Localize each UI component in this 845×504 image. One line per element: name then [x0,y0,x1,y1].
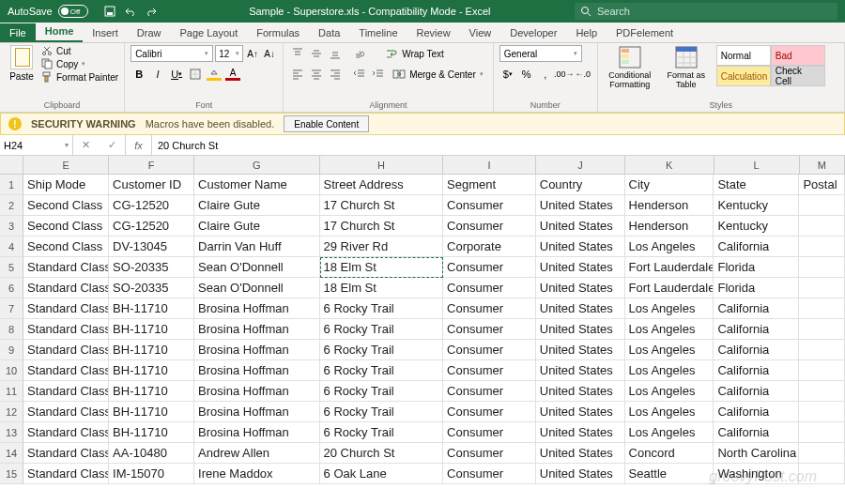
cell[interactable]: United States [536,340,625,360]
cell[interactable]: 29 River Rd [320,237,444,257]
cell[interactable]: Kentucky [714,195,799,216]
cell[interactable]: Seattle [625,464,714,484]
column-header[interactable]: I [443,156,536,175]
tab-timeline[interactable]: Timeline [349,23,407,42]
row-header[interactable]: 4 [0,237,23,257]
cell[interactable]: Consumer [443,464,536,484]
tab-formulas[interactable]: Formulas [247,23,309,42]
cell[interactable]: Los Angeles [625,402,714,422]
cell[interactable]: 6 Rocky Trail [320,340,444,360]
tab-developer[interactable]: Developer [500,23,566,42]
cell[interactable] [799,402,845,422]
cell[interactable]: 6 Oak Lane [320,464,444,484]
align-middle-button[interactable] [308,45,325,62]
align-center-button[interactable] [308,66,325,83]
worksheet-grid[interactable]: EFGHIJKLM1Ship ModeCustomer IDCustomer N… [0,156,845,484]
cell[interactable]: State [714,175,799,195]
cell[interactable]: United States [536,464,625,484]
cell[interactable]: Standard Class [23,443,109,464]
style-normal[interactable]: Normal [716,45,771,66]
cell[interactable]: Consumer [443,298,536,319]
cell[interactable]: United States [536,319,625,340]
merge-center-button[interactable]: Merge & Center ▾ [389,66,487,83]
cell[interactable] [799,464,845,484]
borders-button[interactable] [187,66,204,83]
row-header[interactable]: 11 [0,381,23,402]
row-header[interactable]: 1 [0,175,23,195]
cell[interactable]: Consumer [443,195,536,216]
cell[interactable]: Ship Mode [23,175,109,195]
cell[interactable]: BH-11710 [109,340,194,360]
tell-me-search[interactable]: Search [575,3,837,20]
cell[interactable]: Consumer [443,443,536,464]
align-right-button[interactable] [327,66,344,83]
cell[interactable]: California [714,360,799,381]
increase-decimal-button[interactable]: .00→ [556,66,573,83]
column-header[interactable]: J [536,156,625,175]
column-header[interactable]: G [194,156,320,175]
align-top-button[interactable] [289,45,306,62]
cell[interactable]: BH-11710 [109,360,194,381]
cell[interactable]: 6 Rocky Trail [320,319,444,340]
cell[interactable]: Washington [714,464,799,484]
cell[interactable]: United States [536,402,625,422]
cell[interactable]: Consumer [443,257,536,278]
cell[interactable]: Standard Class [23,319,109,340]
select-all-corner[interactable] [0,156,23,175]
cell[interactable]: California [714,381,799,402]
cell[interactable]: 6 Rocky Trail [320,360,444,381]
paste-button[interactable]: Paste [6,45,38,82]
cell[interactable]: City [625,175,714,195]
cell[interactable]: Fort Lauderdale [625,257,714,278]
cell[interactable]: Standard Class [23,422,109,443]
cell[interactable] [799,381,845,402]
cell[interactable]: North Carolina [714,443,799,464]
cell[interactable]: Los Angeles [625,360,714,381]
cell[interactable]: Brosina Hoffman [194,319,319,340]
enable-content-button[interactable]: Enable Content [284,115,369,132]
cell[interactable]: Los Angeles [625,340,714,360]
tab-insert[interactable]: Insert [83,23,128,42]
increase-font-button[interactable]: A↑ [245,45,260,62]
cell[interactable] [799,422,845,443]
decrease-decimal-button[interactable]: ←.0 [575,66,592,83]
style-check-cell[interactable]: Check Cell [771,66,825,86]
redo-icon[interactable] [145,5,158,18]
italic-button[interactable]: I [149,66,166,83]
tab-view[interactable]: View [460,23,501,42]
cell[interactable]: United States [536,422,625,443]
cell[interactable]: Street Address [320,175,444,195]
cell[interactable]: Consumer [443,381,536,402]
cell[interactable]: Los Angeles [625,381,714,402]
cell[interactable]: Second Class [23,216,109,237]
cell[interactable]: BH-11710 [109,298,194,319]
cell[interactable]: 20 Church St [320,443,444,464]
cut-button[interactable]: Cut [41,45,118,56]
font-name-combo[interactable]: Calibri▾ [131,45,213,62]
cell[interactable]: Andrew Allen [194,443,319,464]
cell[interactable]: Claire Gute [194,195,319,216]
orientation-button[interactable]: ab [351,45,368,62]
row-header[interactable]: 13 [0,422,23,443]
format-as-table-button[interactable]: Format as Table [660,45,713,90]
column-header[interactable]: L [714,156,800,175]
cell[interactable]: Irene Maddox [194,464,319,484]
cell[interactable]: Los Angeles [625,422,714,443]
decrease-indent-button[interactable] [351,66,368,83]
cell[interactable]: Consumer [443,360,536,381]
cell[interactable]: Consumer [443,278,536,298]
cell[interactable]: Standard Class [23,257,109,278]
cell[interactable]: Sean O'Donnell [194,278,319,298]
cell[interactable] [799,443,845,464]
number-format-combo[interactable]: General▾ [499,45,582,62]
bold-button[interactable]: B [131,66,147,83]
cell[interactable]: Brosina Hoffman [194,381,319,402]
cell[interactable] [799,298,845,319]
row-header[interactable]: 7 [0,298,23,319]
cell[interactable] [799,319,845,340]
cell[interactable]: Customer ID [109,175,194,195]
row-header[interactable]: 3 [0,216,23,237]
row-header[interactable]: 5 [0,257,23,278]
cell[interactable]: 17 Church St [320,216,444,237]
column-header[interactable]: F [109,156,194,175]
